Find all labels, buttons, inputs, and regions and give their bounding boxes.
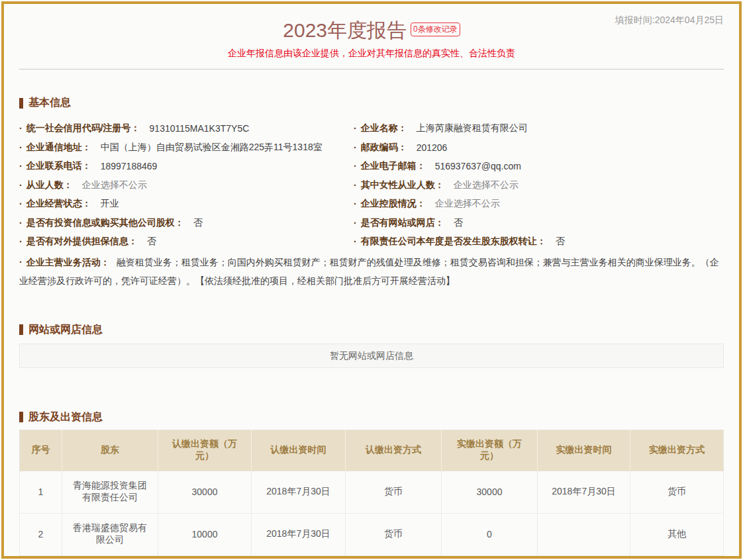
info-value: 融资租赁业务；租赁业务；向国内外购买租赁财产；租赁财产的残值处理及维修；租赁交易… (19, 257, 719, 286)
info-item-address: ·企业通信地址：中国（上海）自由贸易试验区金湘路225弄11号1318室 (19, 138, 354, 158)
disclaimer-text: 企业年报信息由该企业提供，企业对其年报信息的真实性、合法性负责 (19, 48, 724, 60)
info-label: 统一社会信用代码/注册号： (26, 122, 140, 134)
info-value: 中国（上海）自由贸易试验区金湘路225弄11号1318室 (101, 142, 322, 154)
section-marker (19, 324, 23, 335)
info-value: 516937637@qq.com (435, 161, 521, 171)
shareholders-title: 股东及出资信息 (19, 410, 724, 424)
section-title-text: 股东及出资信息 (28, 410, 103, 424)
col-header-shareholder: 股东 (62, 430, 158, 471)
info-label: 其中女性从业人数： (361, 179, 444, 191)
report-header: 2023年度报告0条修改记录 填报时间:2024年04月25日 企业年报信息由该… (19, 4, 724, 70)
col-header-subscribed-amount: 认缴出资额（万元） (158, 430, 252, 471)
info-label: 企业通信地址： (26, 142, 91, 154)
info-item-holding-status: ·企业控股情况：企业选择不公示 (354, 195, 724, 214)
basic-info-title: 基本信息 (19, 96, 724, 110)
bullet-dot: · (19, 123, 23, 134)
section-title-text: 网站或网店信息 (28, 323, 103, 337)
info-item-credit-code: ·统一社会信用代码/注册号：91310115MA1K3T7Y5C (19, 119, 354, 138)
cell-subscribed-method: 货币 (346, 471, 442, 513)
table-row: 1 青海能源投资集团有限责任公司 30000 2018年7月30日 货币 300… (20, 471, 724, 513)
info-label: 是否有网站或网店： (361, 217, 444, 229)
info-value: 企业选择不公示 (82, 179, 147, 191)
website-empty-message: 暂无网站或网店信息 (19, 344, 724, 368)
info-label: 邮政编码： (361, 142, 407, 154)
table-header-row: 序号 股东 认缴出资额（万元） 认缴出资时间 认缴出资方式 实缴出资额（万元） … (20, 430, 724, 471)
info-item-investment: ·是否有投资信息或购买其他公司股权：否 (19, 214, 354, 233)
col-header-paid-amount: 实缴出资额（万元） (442, 430, 538, 471)
info-item-email: ·企业电子邮箱：516937637@qq.com (354, 157, 724, 176)
bullet-dot: · (19, 257, 23, 267)
info-item-guarantee: ·是否有对外提供担保信息：否 (19, 232, 354, 252)
info-value: 否 (193, 217, 203, 229)
website-info-title: 网站或网店信息 (19, 323, 724, 337)
info-value: 18997188469 (101, 161, 158, 171)
info-label: 有限责任公司本年度是否发生股东股权转让： (361, 236, 546, 248)
basic-info-grid: ·统一社会信用代码/注册号：91310115MA1K3T7Y5C ·企业名称：上… (19, 119, 724, 290)
info-label: 企业经营状态： (26, 198, 91, 210)
info-label: 企业主营业务活动： (26, 257, 110, 267)
info-item-employees: ·从业人数：企业选择不公示 (19, 176, 354, 195)
cell-seq: 2 (20, 513, 62, 555)
section-marker (19, 412, 23, 422)
col-header-paid-date: 实缴出资时间 (538, 430, 630, 471)
bullet-dot: · (354, 180, 357, 191)
info-value: 否 (147, 236, 156, 248)
info-value: 上海芮康融资租赁有限公司 (417, 122, 528, 134)
cell-paid-date (538, 513, 630, 555)
info-label: 企业控股情况： (361, 198, 426, 210)
revision-record-badge[interactable]: 0条修改记录 (411, 23, 460, 36)
info-item-postcode: ·邮政编码：201206 (354, 138, 724, 158)
bullet-dot: · (19, 199, 23, 209)
section-basic-info: 基本信息 ·统一社会信用代码/注册号：91310115MA1K3T7Y5C ·企… (19, 96, 724, 290)
section-marker (19, 98, 23, 109)
info-item-equity-transfer: ·有限责任公司本年度是否发生股东股权转让：否 (354, 232, 724, 252)
page-title: 2023年度报告 (283, 19, 407, 41)
cell-shareholder: 青海能源投资集团有限责任公司 (62, 471, 158, 513)
info-item-business-status: ·企业经营状态：开业 (19, 195, 354, 214)
bullet-dot: · (354, 199, 357, 209)
cell-seq: 1 (20, 471, 62, 513)
info-label: 企业电子邮箱： (361, 160, 426, 172)
col-header-subscribed-method: 认缴出资方式 (346, 430, 442, 471)
info-label: 从业人数： (26, 179, 73, 191)
info-label: 是否有对外提供担保信息： (26, 236, 138, 248)
info-item-female-employees: ·其中女性从业人数：企业选择不公示 (354, 176, 724, 195)
info-value: 企业选择不公示 (454, 179, 519, 191)
cell-subscribed-date: 2018年7月30日 (252, 471, 346, 513)
cell-paid-method: 货币 (630, 471, 724, 513)
section-shareholders: 股东及出资信息 序号 股东 认缴出资额（万元） 认缴出资时间 认缴出资方式 实缴… (19, 410, 724, 556)
info-item-main-business: ·企业主营业务活动：融资租赁业务；租赁业务；向国内外购买租赁财产；租赁财产的残值… (19, 253, 724, 290)
bullet-dot: · (19, 142, 23, 153)
bullet-dot: · (354, 142, 357, 153)
bullet-dot: · (19, 161, 23, 171)
shareholders-table: 序号 股东 认缴出资额（万元） 认缴出资时间 认缴出资方式 实缴出资额（万元） … (19, 430, 724, 556)
cell-paid-amount: 30000 (442, 471, 538, 513)
cell-shareholder: 香港瑞盛德贸易有限公司 (62, 513, 158, 555)
info-value: 否 (556, 236, 565, 248)
section-website-info: 网站或网店信息 暂无网站或网店信息 (19, 323, 724, 368)
cell-subscribed-date: 2018年7月30日 (252, 513, 346, 555)
info-label: 企业联系电话： (26, 160, 91, 172)
bullet-dot: · (354, 218, 357, 228)
bullet-dot: · (354, 123, 357, 134)
info-value: 企业选择不公示 (435, 198, 500, 210)
bullet-dot: · (19, 180, 23, 191)
info-item-company-name: ·企业名称：上海芮康融资租赁有限公司 (354, 119, 724, 138)
info-label: 企业名称： (361, 122, 407, 134)
header-divider (19, 69, 724, 70)
info-value: 开业 (101, 198, 119, 210)
info-item-has-website: ·是否有网站或网店：否 (354, 214, 724, 233)
cell-paid-date: 2018年7月30日 (538, 471, 630, 513)
info-item-phone: ·企业联系电话：18997188469 (19, 157, 354, 176)
table-row: 2 香港瑞盛德贸易有限公司 10000 2018年7月30日 货币 0 其他 (20, 513, 724, 555)
bullet-dot: · (354, 161, 357, 171)
info-value: 91310115MA1K3T7Y5C (150, 123, 250, 134)
cell-subscribed-method: 货币 (346, 513, 442, 555)
bullet-dot: · (19, 236, 23, 247)
bullet-dot: · (19, 218, 23, 228)
section-title-text: 基本信息 (28, 96, 71, 110)
info-value: 否 (454, 217, 463, 229)
bullet-dot: · (354, 236, 357, 247)
cell-paid-amount: 0 (442, 513, 538, 555)
annual-report-page: 2023年度报告0条修改记录 填报时间:2024年04月25日 企业年报信息由该… (1, 1, 742, 559)
